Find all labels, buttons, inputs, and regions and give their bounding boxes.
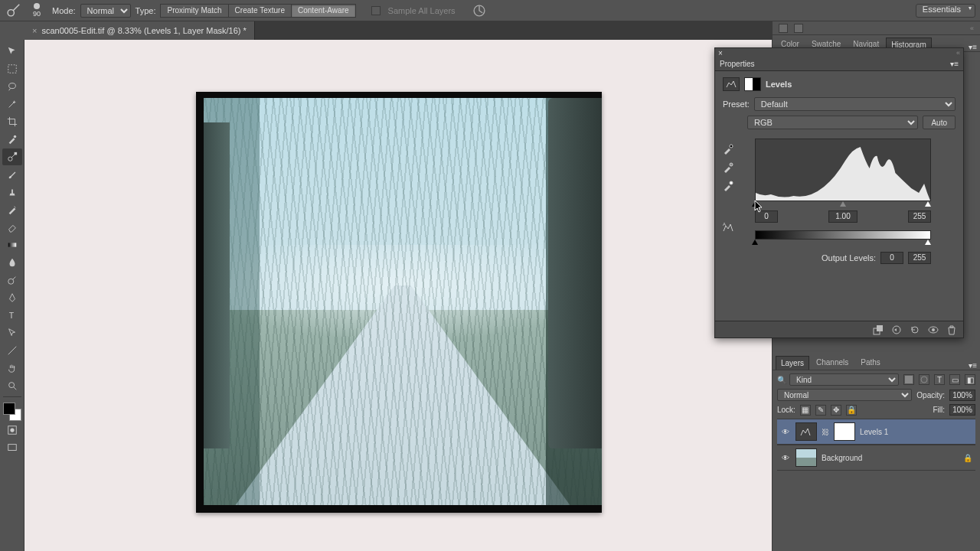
previous-state-icon[interactable] <box>891 324 902 335</box>
filter-pixel-icon[interactable] <box>903 374 914 385</box>
brush-tool[interactable] <box>2 166 22 183</box>
lasso-tool[interactable] <box>2 78 22 95</box>
close-tab-icon[interactable]: × <box>32 26 37 35</box>
lock-transparency-icon[interactable]: ▦ <box>800 405 811 416</box>
output-black-slider[interactable] <box>752 240 758 245</box>
eyedropper-black-icon[interactable] <box>723 144 733 155</box>
collapsed-panel-icon[interactable] <box>779 24 788 33</box>
foreground-color-swatch[interactable] <box>3 403 15 415</box>
layer-row[interactable]: 👁 ⛓ Levels 1 <box>777 419 975 445</box>
document-canvas[interactable] <box>196 92 602 513</box>
tab-channels[interactable]: Channels <box>811 355 854 370</box>
output-white-slider[interactable] <box>925 240 931 245</box>
pressure-icon[interactable] <box>471 2 488 19</box>
collapse-panels-icon[interactable]: « <box>970 24 974 32</box>
type-content-aware[interactable]: Content-Aware <box>292 4 356 18</box>
move-tool[interactable] <box>2 43 22 60</box>
healing-brush-tool[interactable] <box>2 148 22 165</box>
opacity-value[interactable]: 100% <box>949 390 975 401</box>
output-levels-label: Output Levels: <box>822 253 876 262</box>
mask-thumb[interactable] <box>834 422 855 441</box>
collapsed-panel-icon[interactable] <box>794 24 803 33</box>
eyedropper-tool[interactable] <box>2 131 22 148</box>
tool-preset-icon[interactable] <box>5 2 21 19</box>
zoom-tool[interactable] <box>2 377 22 394</box>
link-mask-icon[interactable]: ⛓ <box>822 428 829 436</box>
lock-pixels-icon[interactable]: ✎ <box>815 405 826 416</box>
output-white-value[interactable]: 255 <box>908 252 931 264</box>
hand-tool[interactable] <box>2 360 22 377</box>
layer-name[interactable]: Background <box>822 454 959 462</box>
foreground-background-swatches[interactable] <box>3 403 21 421</box>
blend-mode-select[interactable]: Normal <box>80 4 131 18</box>
pen-tool[interactable] <box>2 289 22 306</box>
panel-menu-icon[interactable]: ▾≡ <box>969 361 977 370</box>
canvas-area[interactable] <box>24 40 772 551</box>
properties-panel: ×« Properties ▾≡ Levels Preset: Default … <box>714 47 964 338</box>
lock-all-icon[interactable]: 🔒 <box>846 405 857 416</box>
layer-name[interactable]: Levels 1 <box>860 428 972 436</box>
blur-tool[interactable] <box>2 254 22 271</box>
magic-wand-tool[interactable] <box>2 96 22 112</box>
tab-layers[interactable]: Layers <box>776 356 809 370</box>
layer-filter-kind[interactable]: Kind <box>789 373 899 386</box>
type-create-texture[interactable]: Create Texture <box>229 4 292 18</box>
lock-position-icon[interactable]: ✥ <box>831 405 841 416</box>
layer-row[interactable]: 👁 Background 🔒 <box>777 445 975 471</box>
midpoint-slider[interactable] <box>840 201 846 207</box>
type-tool[interactable]: T <box>2 307 22 324</box>
eyedropper-gray-icon[interactable] <box>723 162 733 173</box>
brush-size-preview[interactable]: 90 <box>26 3 47 18</box>
sample-all-checkbox[interactable] <box>371 6 381 15</box>
input-white-value[interactable]: 255 <box>908 210 931 223</box>
preset-select[interactable]: Default <box>754 97 956 111</box>
history-brush-tool[interactable] <box>2 201 22 218</box>
filter-adjust-icon[interactable] <box>919 374 929 385</box>
auto-button[interactable]: Auto <box>923 116 956 129</box>
trash-icon[interactable] <box>946 324 957 335</box>
input-mid-value[interactable]: 1.00 <box>828 210 858 223</box>
calculate-icon[interactable]: A <box>723 222 733 233</box>
workspace-switcher[interactable]: Essentials <box>916 4 975 18</box>
output-gradient[interactable] <box>755 230 931 240</box>
collapse-panels-icon[interactable]: « <box>956 49 960 57</box>
reset-icon[interactable] <box>910 324 920 335</box>
close-icon[interactable]: × <box>718 49 723 57</box>
visibility-icon[interactable]: 👁 <box>780 454 791 462</box>
white-point-slider[interactable] <box>925 201 931 207</box>
document-tab[interactable]: × scan0005-Edit.tif @ 8.33% (Levels 1, L… <box>24 21 255 40</box>
svg-point-17 <box>730 163 733 166</box>
blend-mode-select[interactable]: Normal <box>777 389 912 401</box>
svg-point-24 <box>932 328 935 331</box>
filter-type-icon[interactable]: T <box>934 374 945 385</box>
panel-menu-icon[interactable]: ▾≡ <box>969 43 977 51</box>
panel-menu-icon[interactable]: ▾≡ <box>950 60 959 68</box>
line-tool[interactable] <box>2 342 22 359</box>
type-proximity[interactable]: Proximity Match <box>160 4 228 18</box>
channel-select[interactable]: RGB <box>747 116 918 129</box>
layer-thumb[interactable] <box>795 448 817 467</box>
gradient-tool[interactable] <box>2 236 22 253</box>
eraser-tool[interactable] <box>2 219 22 236</box>
clone-stamp-tool[interactable] <box>2 184 22 201</box>
output-black-value[interactable]: 0 <box>880 252 903 264</box>
adjustment-thumb[interactable] <box>795 422 817 441</box>
filter-shape-icon[interactable]: ▭ <box>949 374 960 385</box>
marquee-tool[interactable] <box>2 60 22 77</box>
screen-mode-icon[interactable] <box>2 439 22 456</box>
visibility-icon[interactable] <box>928 324 939 335</box>
tab-paths[interactable]: Paths <box>855 355 886 370</box>
visibility-icon[interactable]: 👁 <box>780 428 791 436</box>
clip-to-layer-icon[interactable] <box>873 324 884 335</box>
filter-smart-icon[interactable]: ◧ <box>965 374 975 385</box>
histogram[interactable] <box>755 139 931 201</box>
crop-tool[interactable] <box>2 113 22 130</box>
layers-panel-tabs: Layers Channels Paths ▾≡ <box>773 354 980 370</box>
adjust-icon[interactable] <box>723 77 740 91</box>
quick-mask-icon[interactable] <box>2 422 22 439</box>
path-selection-tool[interactable] <box>2 324 22 341</box>
fill-value[interactable]: 100% <box>949 404 975 416</box>
dodge-tool[interactable] <box>2 272 22 289</box>
eyedropper-white-icon[interactable] <box>723 181 733 191</box>
mask-icon[interactable] <box>744 77 761 91</box>
